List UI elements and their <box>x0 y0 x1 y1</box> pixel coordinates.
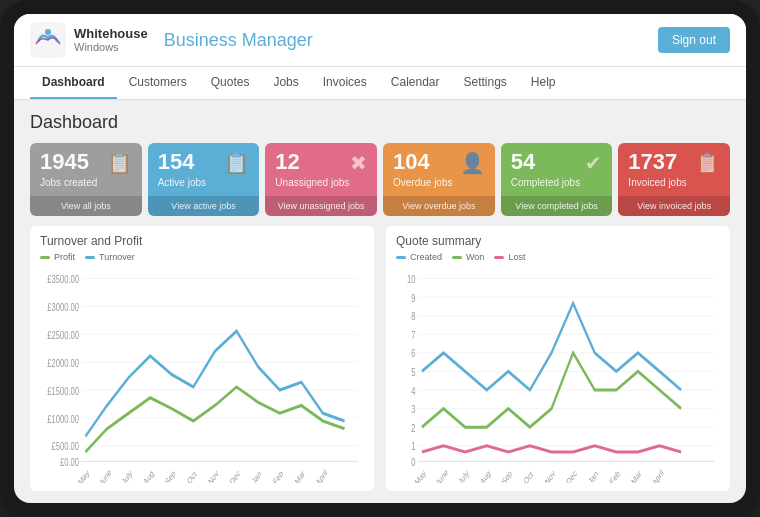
svg-text:£1000.00: £1000.00 <box>47 413 79 425</box>
completed-jobs-number: 54 <box>511 151 580 173</box>
svg-text:7: 7 <box>411 330 415 342</box>
svg-text:Dec: Dec <box>565 468 578 483</box>
device-frame: Whitehouse Windows Business Manager Sign… <box>0 0 760 517</box>
profit-legend-item: Profit <box>40 252 75 262</box>
svg-text:Oct: Oct <box>522 468 535 483</box>
nav-item-invoices[interactable]: Invoices <box>311 67 379 99</box>
svg-text:Feb: Feb <box>608 468 621 483</box>
logo-icon <box>30 22 66 58</box>
signout-button[interactable]: Sign out <box>658 27 730 53</box>
svg-text:Dec: Dec <box>228 468 241 483</box>
svg-text:£3000.00: £3000.00 <box>47 302 79 314</box>
svg-text:Mar: Mar <box>293 468 306 483</box>
won-legend-item: Won <box>452 252 484 262</box>
svg-text:10: 10 <box>407 274 415 286</box>
svg-text:£500.00: £500.00 <box>52 441 79 453</box>
overdue-jobs-number: 104 <box>393 151 452 173</box>
quote-chart-svg: 10 9 8 7 6 5 4 3 2 1 0 <box>396 266 720 483</box>
svg-text:Oct: Oct <box>186 468 199 483</box>
created-legend-label: Created <box>410 252 442 262</box>
profit-legend-dot <box>40 256 50 259</box>
quote-legend: Created Won Lost <box>396 252 720 262</box>
svg-text:Mar: Mar <box>630 468 643 483</box>
stat-card-invoiced-jobs: 1737 Invoiced jobs 📋 View invoiced jobs <box>618 143 730 216</box>
svg-text:5: 5 <box>411 367 415 379</box>
svg-text:Sep: Sep <box>164 468 178 483</box>
svg-text:8: 8 <box>411 311 415 323</box>
won-legend-label: Won <box>466 252 484 262</box>
svg-text:Nov: Nov <box>543 468 556 483</box>
nav-item-jobs[interactable]: Jobs <box>261 67 310 99</box>
active-icon: 📋 <box>224 151 249 175</box>
won-legend-dot <box>452 256 462 259</box>
svg-text:1: 1 <box>411 441 415 453</box>
svg-text:£3500.00: £3500.00 <box>47 274 79 286</box>
svg-text:Jan: Jan <box>587 469 600 483</box>
svg-text:Sep: Sep <box>500 468 514 483</box>
unassigned-icon: ✖ <box>350 151 367 175</box>
stat-card-unassigned-jobs: 12 Unassigned jobs ✖ View unassigned job… <box>265 143 377 216</box>
stat-card-overdue-jobs: 104 Overdue jobs 👤 View overdue jobs <box>383 143 495 216</box>
svg-text:April: April <box>651 467 665 483</box>
unassigned-jobs-label: Unassigned jobs <box>275 177 349 188</box>
turnover-profit-panel: Turnover and Profit Profit Turnover <box>30 226 374 491</box>
invoiced-jobs-number: 1737 <box>628 151 686 173</box>
stat-card-jobs-created: 1945 Jobs created 📋 View all jobs <box>30 143 142 216</box>
overdue-icon: 👤 <box>460 151 485 175</box>
svg-text:June: June <box>435 467 450 483</box>
active-jobs-number: 154 <box>158 151 206 173</box>
unassigned-jobs-number: 12 <box>275 151 349 173</box>
svg-text:April: April <box>314 467 328 483</box>
charts-row: Turnover and Profit Profit Turnover <box>30 226 730 491</box>
completed-icon: ✔ <box>585 151 602 175</box>
nav-item-settings[interactable]: Settings <box>452 67 519 99</box>
profit-legend-label: Profit <box>54 252 75 262</box>
nav-item-calendar[interactable]: Calendar <box>379 67 452 99</box>
quote-summary-panel: Quote summary Created Won Lost <box>386 226 730 491</box>
view-completed-jobs-button[interactable]: View completed jobs <box>501 196 613 216</box>
main-nav: Dashboard Customers Quotes Jobs Invoices… <box>14 67 746 100</box>
svg-text:June: June <box>98 467 113 483</box>
turnover-chart-container: £3500.00 £3000.00 £2500.00 £2000.00 £150… <box>40 266 364 483</box>
svg-text:£2000.00: £2000.00 <box>47 357 79 369</box>
company-sub: Windows <box>74 41 148 54</box>
svg-text:May: May <box>77 468 91 483</box>
jobs-created-label: Jobs created <box>40 177 97 188</box>
invoiced-icon: 📋 <box>695 151 720 175</box>
clipboard-icon: 📋 <box>107 151 132 175</box>
view-invoiced-jobs-button[interactable]: View invoiced jobs <box>618 196 730 216</box>
stat-card-completed-jobs: 54 Completed jobs ✔ View completed jobs <box>501 143 613 216</box>
nav-item-help[interactable]: Help <box>519 67 568 99</box>
overdue-jobs-label: Overdue jobs <box>393 177 452 188</box>
turnover-legend-item: Turnover <box>85 252 135 262</box>
svg-text:6: 6 <box>411 348 415 360</box>
svg-text:Nov: Nov <box>207 468 220 483</box>
quote-chart-container: 10 9 8 7 6 5 4 3 2 1 0 <box>396 266 720 483</box>
nav-item-dashboard[interactable]: Dashboard <box>30 67 117 99</box>
nav-item-quotes[interactable]: Quotes <box>199 67 262 99</box>
svg-text:£0.00: £0.00 <box>60 457 79 469</box>
svg-text:Feb: Feb <box>272 468 285 483</box>
svg-text:2: 2 <box>411 423 415 435</box>
invoiced-jobs-label: Invoiced jobs <box>628 177 686 188</box>
created-legend-dot <box>396 256 406 259</box>
svg-point-1 <box>45 29 51 35</box>
lost-legend-label: Lost <box>508 252 525 262</box>
svg-text:0: 0 <box>411 457 415 469</box>
svg-text:9: 9 <box>411 292 415 304</box>
view-unassigned-jobs-button[interactable]: View unassigned jobs <box>265 196 377 216</box>
view-all-jobs-button[interactable]: View all jobs <box>30 196 142 216</box>
turnover-legend-dot <box>85 256 95 259</box>
jobs-created-number: 1945 <box>40 151 97 173</box>
view-active-jobs-button[interactable]: View active jobs <box>148 196 260 216</box>
created-legend-item: Created <box>396 252 442 262</box>
svg-text:Jan: Jan <box>250 469 263 483</box>
nav-item-customers[interactable]: Customers <box>117 67 199 99</box>
turnover-legend-label: Turnover <box>99 252 135 262</box>
view-overdue-jobs-button[interactable]: View overdue jobs <box>383 196 495 216</box>
logo-area: Whitehouse Windows <box>30 22 148 58</box>
logo-text: Whitehouse Windows <box>74 26 148 55</box>
completed-jobs-label: Completed jobs <box>511 177 580 188</box>
header-left: Whitehouse Windows Business Manager <box>30 22 313 58</box>
quote-chart-title: Quote summary <box>396 234 720 248</box>
